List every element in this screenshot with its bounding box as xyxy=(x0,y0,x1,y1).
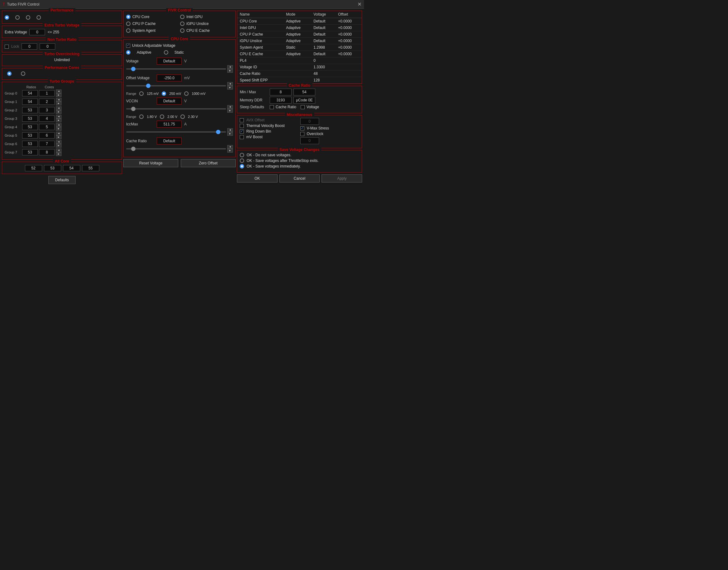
group-cores-0[interactable] xyxy=(39,90,55,96)
group-cores-7[interactable] xyxy=(39,149,55,156)
group-ratio-6[interactable] xyxy=(22,141,38,147)
offset-up-btn[interactable]: ◄ xyxy=(227,82,233,86)
performance-radio-1[interactable] xyxy=(15,15,20,20)
group-ratio-3[interactable] xyxy=(22,115,38,122)
fivr-intel-gpu[interactable]: Intel GPU xyxy=(180,14,233,20)
performance-radio-2[interactable] xyxy=(26,15,30,20)
iccmax-up-btn[interactable]: ◄ xyxy=(227,128,233,132)
group-down-0[interactable]: ► xyxy=(56,93,61,97)
all-core-input-1[interactable] xyxy=(44,165,61,171)
non-turbo-val1[interactable] xyxy=(22,43,37,50)
vmax-stress-checkbox[interactable] xyxy=(300,126,304,130)
extra-turbo-input[interactable] xyxy=(29,29,45,35)
group-cores-2[interactable] xyxy=(39,107,55,113)
group-ratio-5[interactable] xyxy=(22,132,38,138)
fivr-cpu-e-cache[interactable]: CPU E Cache xyxy=(180,28,233,33)
performance-radio-3[interactable] xyxy=(36,15,41,20)
group-up-3[interactable]: ◄ xyxy=(56,115,61,118)
group-up-5[interactable]: ◄ xyxy=(56,132,61,135)
group-up-4[interactable]: ◄ xyxy=(56,123,61,127)
vccin-180-radio[interactable] xyxy=(139,114,144,119)
avx-offset-checkbox[interactable] xyxy=(240,118,244,122)
voltage-down-btn[interactable]: ► xyxy=(227,69,233,73)
reset-voltage-button[interactable]: Reset Voltage xyxy=(123,159,178,167)
group-down-7[interactable]: ► xyxy=(56,152,61,156)
vccin-up-btn[interactable]: ◄ xyxy=(227,105,233,109)
non-turbo-lock-checkbox[interactable] xyxy=(5,45,9,49)
all-core-input-0[interactable] xyxy=(25,165,42,171)
ring-down-checkbox[interactable] xyxy=(240,129,244,133)
group-cores-5[interactable] xyxy=(39,132,55,138)
offset-down-btn[interactable]: ► xyxy=(227,86,233,89)
fivr-cpu-p-cache[interactable]: CPU P Cache xyxy=(126,21,179,26)
vccin-230-radio[interactable] xyxy=(180,114,185,119)
mv-boost-input[interactable] xyxy=(300,137,319,144)
static-radio[interactable] xyxy=(164,50,168,55)
close-icon[interactable]: ✕ xyxy=(357,1,362,7)
min-input[interactable] xyxy=(270,89,292,95)
fivr-igpu-unslice[interactable]: iGPU Unslice xyxy=(180,21,233,26)
ok-button[interactable]: OK xyxy=(237,175,278,183)
group-down-2[interactable]: ► xyxy=(56,110,61,114)
range-250-radio[interactable] xyxy=(162,91,166,96)
voltage-slider[interactable] xyxy=(126,66,226,72)
group-down-4[interactable]: ► xyxy=(56,127,61,131)
group-down-3[interactable]: ► xyxy=(56,118,61,122)
memory-ddr-input[interactable] xyxy=(270,97,292,103)
fivr-radio-intel-gpu[interactable] xyxy=(180,15,184,19)
voltage-up-btn[interactable]: ◄ xyxy=(227,65,233,69)
voltage-input[interactable] xyxy=(157,58,182,65)
save-radio-btn-1[interactable] xyxy=(240,159,244,163)
cache-ratio-down-btn[interactable]: ► xyxy=(227,149,233,153)
all-core-input-3[interactable] xyxy=(82,165,99,171)
group-ratio-1[interactable] xyxy=(22,98,38,105)
fivr-system-agent[interactable]: System Agent xyxy=(126,28,179,33)
cancel-button[interactable]: Cancel xyxy=(280,175,320,183)
perf-cores-radio-1[interactable] xyxy=(21,71,25,76)
vccin-down-btn[interactable]: ► xyxy=(227,109,233,112)
vccin-input[interactable] xyxy=(157,98,182,104)
non-turbo-val2[interactable] xyxy=(40,43,55,50)
save-radio-btn-0[interactable] xyxy=(240,153,244,157)
group-up-7[interactable]: ◄ xyxy=(56,149,61,152)
group-ratio-0[interactable] xyxy=(22,90,38,96)
group-cores-4[interactable] xyxy=(39,124,55,130)
group-cores-6[interactable] xyxy=(39,141,55,147)
group-cores-1[interactable] xyxy=(39,98,55,105)
group-down-1[interactable]: ► xyxy=(56,102,61,105)
mv-boost-checkbox[interactable] xyxy=(240,135,244,139)
avx-offset-input[interactable] xyxy=(300,118,319,125)
group-down-5[interactable]: ► xyxy=(56,135,61,139)
fivr-radio-system-agent[interactable] xyxy=(126,28,131,33)
fivr-radio-cpu-core[interactable] xyxy=(126,15,131,19)
group-up-6[interactable]: ◄ xyxy=(56,140,61,144)
vccin-slider[interactable] xyxy=(126,106,226,112)
offset-input[interactable] xyxy=(157,74,182,81)
apply-button[interactable]: Apply xyxy=(322,175,362,183)
range-1000-radio[interactable] xyxy=(184,91,189,96)
adaptive-radio[interactable] xyxy=(126,50,131,55)
perf-cores-radio-0[interactable] xyxy=(7,71,12,76)
range-125-radio[interactable] xyxy=(139,91,144,96)
group-ratio-4[interactable] xyxy=(22,124,38,130)
group-cores-3[interactable] xyxy=(39,115,55,122)
overclock-checkbox[interactable] xyxy=(300,132,304,136)
iccmax-slider[interactable] xyxy=(126,129,226,135)
iccmax-input[interactable] xyxy=(157,121,182,127)
defaults-button[interactable]: Defaults xyxy=(48,176,75,184)
zero-offset-button[interactable]: Zero Offset xyxy=(181,159,236,167)
fivr-radio-cpu-p-cache[interactable] xyxy=(126,22,131,26)
thermal-velocity-checkbox[interactable] xyxy=(240,124,244,128)
sleep-cache-ratio-checkbox[interactable] xyxy=(270,105,274,109)
vccin-200-radio[interactable] xyxy=(160,114,164,119)
group-up-1[interactable]: ◄ xyxy=(56,98,61,102)
offset-slider[interactable] xyxy=(126,83,226,89)
save-radio-btn-2[interactable] xyxy=(240,164,244,169)
all-core-input-2[interactable] xyxy=(63,165,80,171)
group-up-2[interactable]: ◄ xyxy=(56,106,61,110)
cache-ratio-up-btn[interactable]: ◄ xyxy=(227,145,233,149)
max-input[interactable] xyxy=(294,89,315,95)
unlock-checkbox[interactable] xyxy=(126,44,130,48)
group-down-6[interactable]: ► xyxy=(56,144,61,148)
performance-radio-0[interactable] xyxy=(5,15,9,20)
